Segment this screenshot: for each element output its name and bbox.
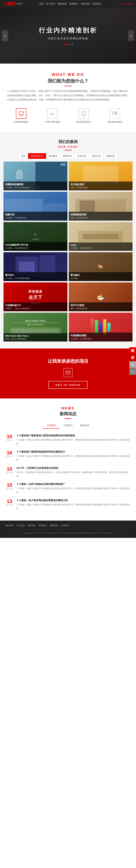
news-content-2: 2017年，互联网行业发展趋势分析报告 2017年，互联网的用户规模仍在持续扩大… xyxy=(16,467,131,478)
case-name-9: 四平牛庄面馆 xyxy=(71,304,131,307)
nav-services[interactable]: 服务项目 xyxy=(58,2,67,5)
service-mobile-icon xyxy=(78,108,89,119)
news-content-1: 十七素材旗下最精英精选案例界面的最新设计 十七素材，精选了近期50个商业网站设计… xyxy=(16,450,131,462)
side-phone[interactable] xyxy=(129,361,136,368)
case-name-2: 智聚中策 xyxy=(5,213,66,216)
top-icon xyxy=(131,370,134,373)
case-item-11[interactable]: 中国典藏合唱团 企业网站，文化网站制作 xyxy=(69,313,133,341)
contact-email-icon xyxy=(66,370,71,375)
service-server: 域名服务器租用 xyxy=(104,108,126,124)
case-item-10[interactable]: WILD CHINA TOUR Wild Great Wall Tours Wi… xyxy=(3,313,67,341)
news-divider xyxy=(65,418,72,419)
logo[interactable]: 17素材 TOUR xyxy=(3,1,22,6)
news-title-1: 十七素材旗下最精英精选案例界面的最新设计 xyxy=(16,450,131,454)
contact-section: 让我来谈谈您的项目 GET IN TOUCH xyxy=(0,348,136,399)
footer-link-news[interactable]: 新闻动态 xyxy=(50,524,58,527)
case-item-7[interactable]: 🐎 警马鑫业 企业网站 xyxy=(69,252,133,281)
weibo-icon xyxy=(131,356,134,359)
case-item-8[interactable]: 梦想就是 走天下 立省2000元 中信国际旅行卡 传播推广，品牌企业网站制作 xyxy=(3,282,67,311)
hero-content: 行业内外精准剖析 为您打造全新互联网品牌形象 xyxy=(39,26,97,45)
news-excerpt-2: 2017年，互联网的用户规模仍在持续扩大，移动互联网用户持续增长，整体网络推广环… xyxy=(16,471,131,478)
case-overlay-9: 四平牛庄面馆 餐饮，餐饮网站制作 xyxy=(69,302,133,311)
news-en: NEWS xyxy=(5,406,131,410)
case-item-4[interactable]: $ 金融投资 NAE金融投资引导计划 企业网站，投融资网站制作 xyxy=(3,222,67,251)
news-day-2: 15 xyxy=(5,467,13,471)
ourcase-divider xyxy=(65,150,72,150)
contact-btn[interactable]: GET IN TOUCH xyxy=(48,381,88,389)
news-item-4[interactable]: 13 2017-09 十七素材—电子商务网站建设需要做好哪些方面 十七素材，精选… xyxy=(5,496,131,513)
case-name-5: HC25 xyxy=(71,244,131,246)
case-tab-brand[interactable]: 知名品牌122 xyxy=(28,153,46,159)
case-overlay-7: 警马鑫业 企业网站 xyxy=(69,272,133,281)
side-top[interactable] xyxy=(129,368,136,375)
nav-cases[interactable]: 案例展示 xyxy=(69,2,78,5)
footer-link-home[interactable]: 网站首页 xyxy=(5,524,13,527)
news-item-1[interactable]: 16 2017-09 十七素材旗下最精英精选案例界面的最新设计 十七素材，精选了… xyxy=(5,448,131,464)
logo-text: 17素材 xyxy=(3,1,15,6)
case-overlay-6: 警马科行 企业网站，科技网站建设建设 xyxy=(3,272,67,281)
case-meta-3: 品牌，营销网站建设 xyxy=(71,217,131,219)
case-name-11: 中国典藏合唱团 xyxy=(71,334,131,337)
news-day-3: 15 xyxy=(5,483,13,488)
ourcase-en: OUR CASE xyxy=(3,145,133,148)
case-tabs: 全部 知名品牌122 双好极品 教育相关 企业式式 食品行业 金融优先 xyxy=(3,153,133,159)
side-weibo[interactable] xyxy=(129,354,136,361)
nav-contact[interactable]: 联系我们 xyxy=(92,2,101,5)
service-mobile: 移动端应用开发 xyxy=(72,108,95,124)
news-item-2[interactable]: 15 2017-09 2017年，互联网行业发展趋势分析报告 2017年，互联网… xyxy=(5,464,131,480)
footer-link-about[interactable]: 关于我们 xyxy=(16,524,25,527)
case-item-9[interactable]: 🍜 四平牛庄面馆 餐饮，餐饮网站制作 xyxy=(69,282,133,311)
case-meta-1: 品牌，营销网站建设 xyxy=(71,186,131,189)
news-title-0: 十七素材旗下最新案例大图赏析精选网站制作案例精选 xyxy=(16,434,131,437)
case-item-2[interactable]: 智聚中策 企业网站，行业网站制作 xyxy=(3,192,67,221)
case-meta-10: 旅游，品牌企业网站制作 xyxy=(5,338,66,340)
news-month-0: 2017-09 xyxy=(5,439,13,441)
case-item-5[interactable]: HC25 企业网站，家具网站制作 xyxy=(69,222,133,251)
nav-home[interactable]: 首页 xyxy=(39,2,44,5)
case-tab-finance[interactable]: 金融优先 xyxy=(103,153,118,159)
hero-prev-arrow[interactable]: ‹ xyxy=(2,30,8,41)
side-wechat[interactable] xyxy=(129,347,136,354)
service-html5-icon: H5 xyxy=(47,108,58,119)
case-item-6[interactable]: 警马科行 企业网站，科技网站建设建设 xyxy=(3,252,67,281)
hero-dot-1[interactable] xyxy=(63,44,67,45)
case-item-0[interactable]: 医院 西藏那曲肿瘤医院 企业网站，医疗卫生网站制作 医疗 xyxy=(3,162,67,190)
hero-dot-2[interactable] xyxy=(69,44,70,45)
case-tab-enterprise[interactable]: 企业式式 xyxy=(75,153,89,159)
hero-banner: ‹ 行业内外精准剖析 为您打造全新互联网品牌形象 › xyxy=(0,8,136,64)
footer-link-services[interactable]: 服务项目 xyxy=(28,524,36,527)
case-overlay-11: 中国典藏合唱团 企业网站，文化网站制作 xyxy=(69,333,133,341)
news-tab-knowledge[interactable]: 建站知识 xyxy=(76,423,93,429)
case-tab-food[interactable]: 食品行业 xyxy=(89,153,103,159)
news-month-1: 2017-09 xyxy=(5,455,13,457)
news-tab-industry[interactable]: 行业热点 xyxy=(60,423,76,429)
case-meta-0: 企业网站，医疗卫生网站制作 xyxy=(5,186,66,189)
case-item-1[interactable]: 华三德生宣传 品牌，营销网站建设 xyxy=(69,162,133,190)
footer-link-contact[interactable]: 联系我们 xyxy=(61,524,69,527)
news-excerpt-1: 十七素材，精选了近期50个商业网站设计案例供大家欣赏学习，希望这些优秀的设计案例… xyxy=(16,454,131,462)
case-name-6: 警马科行 xyxy=(5,274,66,277)
nav-news[interactable]: 新闻动态 xyxy=(81,2,90,5)
hero-subtitle: 为您打造全新互联网品牌形象 xyxy=(39,37,97,40)
case-badge-0: 医疗 xyxy=(60,163,66,166)
hero-next-arrow[interactable]: › xyxy=(128,30,134,41)
whatwedo-en: WHAT WE DO xyxy=(7,72,129,77)
news-zh: 新闻动态 xyxy=(5,411,131,416)
footer-link-cases[interactable]: 案例展示 xyxy=(39,524,47,527)
news-item-0[interactable]: 10 2017-09 十七素材旗下最新案例大图赏析精选网站制作案例精选 十七素材… xyxy=(5,432,131,448)
case-tab-all[interactable]: 全部 xyxy=(18,153,28,159)
whatwedo-zh: 我们能为您做什么？ xyxy=(7,78,129,84)
case-item-3[interactable]: 尚商置家宣官网 品牌，营销网站建设 xyxy=(69,192,133,221)
hero-dot-3[interactable] xyxy=(72,44,73,45)
service-html5-label: HTML5网站建设 xyxy=(45,121,60,124)
case-tab-edu[interactable]: 教育相关 xyxy=(60,153,75,159)
case-overlay-1: 华三德生宣传 品牌，营销网站建设 xyxy=(69,182,133,190)
ourcase-zh: 我们的案例 xyxy=(3,139,133,145)
footer: 网站首页 关于我们 服务项目 案例展示 新闻动态 联系我们 Copyright … xyxy=(0,521,136,538)
nav-about[interactable]: 关于我们 xyxy=(46,2,55,5)
news-title-2: 2017年，互联网行业发展趋势分析报告 xyxy=(16,467,131,470)
case-tab-good[interactable]: 双好极品 xyxy=(46,153,60,159)
news-item-3[interactable]: 15 2017-09 十七素材—怎样才能做好品牌的整体网络推广 十七素材，精选了… xyxy=(5,480,131,496)
footer-copyright: Copyright © www.17sucai.net All Rights R… xyxy=(5,532,131,534)
news-tab-company[interactable]: 公司动态 xyxy=(43,423,60,429)
